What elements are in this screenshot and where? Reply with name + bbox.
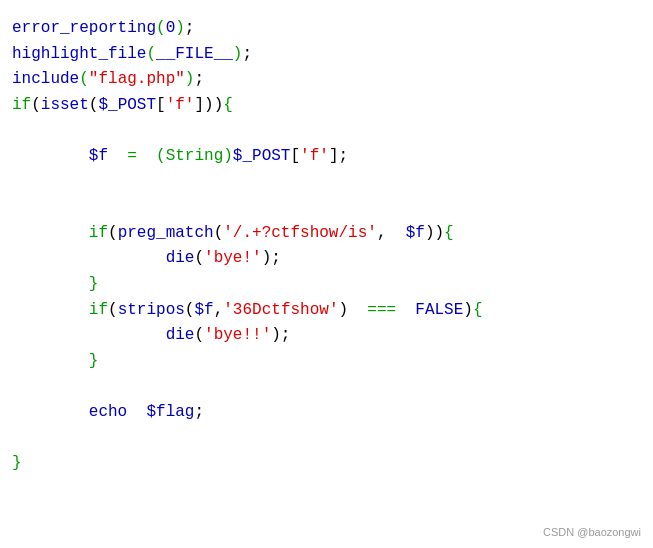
code-line-7 <box>12 170 641 196</box>
code-line-9: if(preg_match('/.+?ctfshow/is', $f)){ <box>12 221 641 247</box>
code-line-14: } <box>12 349 641 375</box>
code-line-3: include("flag.php"); <box>12 67 641 93</box>
watermark: CSDN @baozongwi <box>543 526 641 538</box>
code-line-12: if(stripos($f,'36Dctfshow') === FALSE){ <box>12 298 641 324</box>
code-line-17 <box>12 426 641 452</box>
code-line-18: } <box>12 451 641 477</box>
code-line-2: highlight_file(__FILE__); <box>12 42 641 68</box>
code-line-16: echo $flag; <box>12 400 641 426</box>
code-line-4: if(isset($_POST['f'])){ <box>12 93 641 119</box>
code-block: error_reporting(0); highlight_file(__FIL… <box>0 0 653 548</box>
code-line-15 <box>12 374 641 400</box>
code-line-11: } <box>12 272 641 298</box>
code-line-5 <box>12 118 641 144</box>
code-line-13: die('bye!!'); <box>12 323 641 349</box>
code-line-8 <box>12 195 641 221</box>
code-line-10: die('bye!'); <box>12 246 641 272</box>
code-line-1: error_reporting(0); <box>12 16 641 42</box>
code-line-6: $f = (String)$_POST['f']; <box>12 144 641 170</box>
